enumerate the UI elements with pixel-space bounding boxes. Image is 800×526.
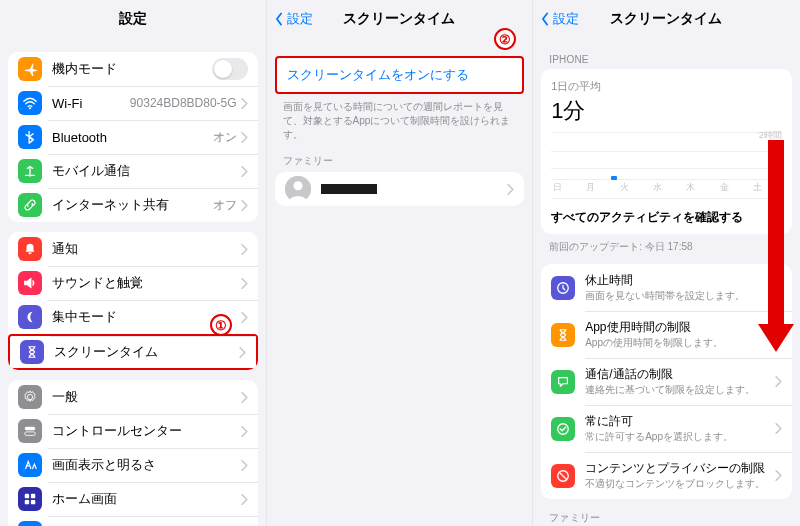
toggle-switch[interactable] bbox=[212, 58, 248, 80]
daily-average-label: 1日の平均 bbox=[551, 79, 782, 94]
row-value: 90324BD8BD80-5G bbox=[130, 96, 237, 110]
row-label: 画面表示と明るさ bbox=[52, 456, 241, 474]
settings-group-attention: 通知 サウンドと触覚 集中モード スクリーンタイム bbox=[8, 232, 258, 370]
nav-title: スクリーンタイム bbox=[343, 10, 455, 28]
row-label: モバイル通信 bbox=[52, 162, 241, 180]
antenna-icon bbox=[18, 159, 42, 183]
settings-row-textsize[interactable]: 画面表示と明るさ bbox=[8, 448, 258, 482]
airplane-icon bbox=[18, 57, 42, 81]
settings-row-gear[interactable]: 一般 bbox=[8, 380, 258, 414]
settings-row-airplane[interactable]: 機内モード bbox=[8, 52, 258, 86]
family-member-name-redacted bbox=[321, 184, 377, 194]
screentime-option-nosign[interactable]: コンテンツとプライバシーの制限 不適切なコンテンツをブロックします。 bbox=[541, 452, 792, 499]
option-desc: 不適切なコンテンツをブロックします。 bbox=[585, 477, 775, 491]
settings-row-bell[interactable]: 通知 bbox=[8, 232, 258, 266]
turn-on-group: スクリーンタイムをオンにする bbox=[275, 56, 525, 94]
svg-rect-6 bbox=[31, 500, 35, 504]
row-label: 通知 bbox=[52, 240, 241, 258]
chevron-right-icon bbox=[241, 98, 248, 109]
chart-days: 日月火水木金土 bbox=[551, 181, 764, 194]
navbar: 設定 スクリーンタイム bbox=[533, 0, 800, 38]
chevron-right-icon bbox=[241, 166, 248, 177]
chart-day-label: 土 bbox=[753, 181, 762, 194]
settings-row-speaker[interactable]: サウンドと触覚 bbox=[8, 266, 258, 300]
chevron-right-icon bbox=[241, 312, 248, 323]
hourglass-icon bbox=[20, 340, 44, 364]
chart-day-label: 金 bbox=[720, 181, 729, 194]
check-icon bbox=[551, 417, 575, 441]
row-label: サウンドと触覚 bbox=[52, 274, 241, 292]
hourglass-icon bbox=[551, 323, 575, 347]
family-section-label: ファミリー bbox=[533, 499, 800, 526]
daily-average-value: 1分 bbox=[551, 96, 782, 126]
settings-row-link[interactable]: インターネット共有 オフ bbox=[8, 188, 258, 222]
annotation-badge-2: ② bbox=[494, 28, 516, 50]
screentime-option-check[interactable]: 常に許可 常に許可するAppを選択します。 bbox=[541, 405, 792, 452]
svg-point-0 bbox=[29, 107, 31, 109]
family-section-label: ファミリー bbox=[267, 142, 533, 172]
chevron-right-icon bbox=[239, 347, 246, 358]
screentime-option-hourglass[interactable]: App使用時間の制限 Appの使用時間を制限します。 bbox=[541, 311, 792, 358]
row-label: Bluetooth bbox=[52, 130, 213, 145]
settings-group-network: 機内モード Wi-Fi 90324BD8BD80-5G Bluetooth オン… bbox=[8, 52, 258, 222]
chevron-right-icon bbox=[241, 392, 248, 403]
chevron-right-icon bbox=[507, 184, 514, 195]
grid-icon bbox=[18, 487, 42, 511]
row-label: スクリーンタイム bbox=[54, 343, 239, 361]
clock-icon bbox=[551, 276, 575, 300]
nav-title: スクリーンタイム bbox=[610, 10, 722, 28]
chevron-right-icon bbox=[775, 212, 782, 223]
row-value: オン bbox=[213, 129, 237, 146]
turn-on-description: 画面を見ている時間についての週間レポートを見て、対象とするAppについて制限時間… bbox=[267, 94, 533, 142]
bell-icon bbox=[18, 237, 42, 261]
iphone-section-label: IPHONE bbox=[533, 38, 800, 69]
bluetooth-icon bbox=[18, 125, 42, 149]
chevron-right-icon bbox=[775, 329, 782, 340]
chart-day-label: 木 bbox=[686, 181, 695, 194]
turn-on-label: スクリーンタイムをオンにする bbox=[287, 66, 513, 84]
svg-rect-1 bbox=[25, 427, 36, 431]
person-icon bbox=[18, 521, 42, 526]
row-value: オフ bbox=[213, 197, 237, 214]
settings-row-grid[interactable]: ホーム画面 bbox=[8, 482, 258, 516]
wifi-icon bbox=[18, 91, 42, 115]
chart-day-label: 水 bbox=[653, 181, 662, 194]
back-button[interactable]: 設定 bbox=[539, 0, 579, 38]
chart-y-label: 2時間 bbox=[759, 129, 782, 142]
screentime-option-bubble[interactable]: 通信/通話の制限 連絡先に基づいて制限を設定します。 bbox=[541, 358, 792, 405]
chevron-right-icon bbox=[775, 470, 782, 481]
option-title: 通信/通話の制限 bbox=[585, 366, 775, 383]
screentime-option-clock[interactable]: 休止時間 画面を見ない時間帯を設定します。 bbox=[541, 264, 792, 311]
chart-bar bbox=[611, 176, 617, 180]
back-button[interactable]: 設定 bbox=[273, 0, 313, 38]
settings-row-wifi[interactable]: Wi-Fi 90324BD8BD80-5G bbox=[8, 86, 258, 120]
option-title: App使用時間の制限 bbox=[585, 319, 775, 336]
svg-rect-3 bbox=[25, 494, 29, 498]
settings-row-person[interactable]: アクセシビリティ bbox=[8, 516, 258, 526]
family-member-row[interactable] bbox=[275, 172, 525, 206]
chevron-right-icon bbox=[241, 244, 248, 255]
settings-row-antenna[interactable]: モバイル通信 bbox=[8, 154, 258, 188]
row-label: Wi-Fi bbox=[52, 96, 130, 111]
screentime-off-pane: 設定 スクリーンタイム ② スクリーンタイムをオンにする 画面を見ている時間につ… bbox=[267, 0, 534, 526]
all-activity-label: すべてのアクティビティを確認する bbox=[551, 209, 743, 226]
chevron-right-icon bbox=[775, 423, 782, 434]
settings-row-bluetooth[interactable]: Bluetooth オン bbox=[8, 120, 258, 154]
usage-chart: 2時間 日月火水木金土 bbox=[551, 132, 782, 192]
chevron-right-icon bbox=[241, 200, 248, 211]
settings-root-pane: 設定 機内モード Wi-Fi 90324BD8BD80-5G Bluetooth… bbox=[0, 0, 267, 526]
chart-day-label: 火 bbox=[620, 181, 629, 194]
settings-row-hourglass[interactable]: スクリーンタイム bbox=[8, 334, 258, 370]
all-activity-row[interactable]: すべてのアクティビティを確認する bbox=[551, 198, 782, 226]
row-label: コントロールセンター bbox=[52, 422, 241, 440]
chevron-right-icon bbox=[241, 494, 248, 505]
option-desc: 常に許可するAppを選択します。 bbox=[585, 430, 775, 444]
back-label: 設定 bbox=[553, 10, 579, 28]
chevron-right-icon bbox=[241, 426, 248, 437]
turn-on-screentime-row[interactable]: スクリーンタイムをオンにする bbox=[277, 58, 523, 92]
nosign-icon bbox=[551, 464, 575, 488]
settings-group-general: 一般 コントロールセンター 画面表示と明るさ ホーム画面 アクセシビリティ bbox=[8, 380, 258, 526]
link-icon bbox=[18, 193, 42, 217]
settings-row-switches[interactable]: コントロールセンター bbox=[8, 414, 258, 448]
screentime-on-pane: 設定 スクリーンタイム IPHONE 1日の平均 1分 2時間 日月火水木金土 … bbox=[533, 0, 800, 526]
